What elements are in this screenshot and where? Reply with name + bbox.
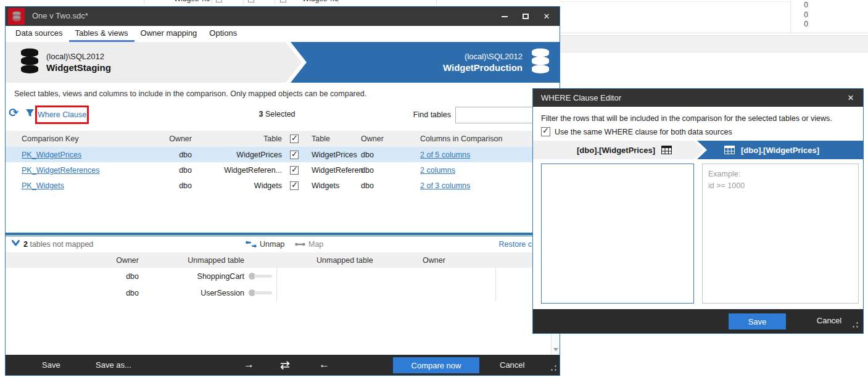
background-gridline [560,33,868,33]
target-header: (local)\SQL2012 WidgetProduction [291,42,560,83]
columns-in-comparison-link[interactable]: 2 of 3 columns [420,181,470,190]
background-toolbar-strip [560,35,868,52]
database-icon [530,48,551,77]
map-drag-handle[interactable] [249,289,272,296]
save-button[interactable]: Save [42,360,60,370]
map-drag-handle[interactable] [249,273,272,280]
table-row[interactable]: PK_Widgets dbo Widgets ✓ Widgets dbo 2 o… [6,178,551,193]
main-window: One v Two.sdc* ✕ Data sources Tables & v… [5,6,560,376]
where-clause-annotation-box: Where Clause [35,106,89,124]
target-database: WidgetProduction [443,62,523,73]
database-icon [19,48,40,77]
row-checkbox[interactable]: ✓ [290,181,299,190]
source-header: (local)\SQL2012 WidgetStaging [6,42,302,83]
dialog-titlebar[interactable]: WHERE Clause Editor ✕ [533,89,863,107]
column-header-table-right: Table [307,135,361,143]
filter-icon[interactable] [25,109,35,120]
owner-cell: dbo [154,151,192,159]
compare-now-button[interactable]: Compare now [393,357,479,373]
background-glyph-fragment [280,0,286,2]
save-as-button[interactable]: Save as... [96,360,131,370]
where-clause-input-right[interactable]: Example: id >= 1000 [702,164,859,304]
tab-owner-mapping[interactable]: Owner mapping [134,26,204,42]
sync-left-arrow-icon[interactable]: ← [319,358,329,371]
table-row[interactable]: PK_WidgetReferences dbo WidgetReferen...… [6,162,551,178]
table-cell: WidgetReferen... [307,166,361,175]
unmapped-row[interactable]: dbo UserSession [6,284,551,301]
column-header-owner-right: Owner [361,135,420,143]
columns-in-comparison-link[interactable]: 2 of 5 columns [420,151,470,159]
column-header-unmapped-table: Unmapped table [139,256,244,265]
columns-in-comparison-link[interactable]: 2 columns [420,166,455,175]
placeholder-line: id >= 1000 [708,180,853,192]
table-grid-icon [724,146,735,154]
window-titlebar[interactable]: One v Two.sdc* ✕ [6,7,560,26]
column-header-owner: Owner [420,256,494,265]
grid-divider [276,268,277,301]
maximize-button[interactable] [515,7,536,26]
sync-right-arrow-icon[interactable]: → [244,358,254,371]
dialog-cancel-button[interactable]: Cancel [804,316,854,325]
tab-tables-and-views[interactable]: Tables & views [69,26,134,42]
window-footer: Save Save as... → ⇄ ← Compare now Cancel [6,355,560,375]
table-grid-icon [661,146,672,154]
tab-bar: Data sources Tables & views Owner mappin… [6,26,560,42]
where-clause-link[interactable]: Where Clause [38,110,86,119]
background-glyph-fragment [248,0,254,2]
comparison-key-link[interactable]: PK_Widgets [22,181,64,190]
resize-grip-icon[interactable] [853,320,858,329]
table-row[interactable]: PK_WidgetPrices dbo WidgetPrices ✓ Widge… [6,147,551,162]
dialog-close-button[interactable]: ✕ [838,89,863,107]
cancel-button[interactable]: Cancel [500,360,524,370]
target-server: (local)\SQL2012 [443,52,523,61]
unmapped-row[interactable]: dbo ShoppingCart [6,268,551,284]
owner-cell: dbo [6,289,139,297]
column-header-comparison-key: Comparison Key [6,135,154,143]
unmapped-count-text: 2 tables not mapped [23,240,93,249]
screen: WidgetPric WidgetPric 0 0 0 One v Two.sd… [0,0,868,377]
dialog-table-headers: [dbo].[WidgetPrices] [dbo].[WidgetPrices… [533,141,863,159]
owner-cell: dbo [6,272,139,281]
owner-cell: dbo [154,181,192,190]
column-header-columns: Columns in Comparison [420,135,551,143]
same-where-clause-checkbox[interactable]: ✓ [541,127,550,136]
same-where-clause-option[interactable]: ✓ Use the same WHERE clause for both dat… [541,127,732,136]
row-checkbox[interactable]: ✓ [290,166,299,175]
source-server: (local)\SQL2012 [46,52,111,61]
collapse-chevron-icon[interactable] [12,240,20,249]
dialog-source-table-header: [dbo].[WidgetPrices] [533,141,704,159]
select-all-checkbox[interactable]: ✓ [290,135,299,143]
dialog-save-button[interactable]: Save [729,313,786,329]
selected-count: 3 Selected [243,110,311,118]
find-tables-label: Find tables [400,110,451,119]
background-value: 0 [765,10,808,19]
row-checkbox[interactable]: ✓ [290,151,299,159]
column-header-table-left: Table [192,135,282,143]
background-gridline [560,1,791,2]
unmapped-table-cell: UserSession [139,289,244,297]
close-button[interactable]: ✕ [536,7,557,26]
minimize-button[interactable] [494,7,515,26]
comparison-key-link[interactable]: PK_WidgetReferences [22,166,99,175]
datasource-header: (local)\SQL2012 WidgetStaging (local)\SQ… [6,42,560,83]
same-where-clause-label: Use the same WHERE clause for both data … [555,128,732,136]
restore-link[interactable]: Restore c [437,240,532,249]
tab-options[interactable]: Options [203,26,243,42]
map-button[interactable]: Map [295,240,323,249]
unmap-button[interactable]: Unmap [246,240,284,249]
app-logo-icon [8,8,25,25]
target-table-name: [dbo].[WidgetPrices] [741,146,819,155]
unmapped-section-header: 2 tables not mapped Unmap Map Restore c [6,236,560,252]
comparison-key-link[interactable]: PK_WidgetPrices [22,151,81,159]
scroll-down-icon[interactable] [552,345,560,354]
refresh-icon[interactable]: ⟳ [9,106,19,120]
swap-arrows-icon[interactable]: ⇄ [280,358,290,372]
source-table-name: [dbo].[WidgetPrices] [577,146,655,155]
map-icon [295,242,305,247]
where-clause-input-left[interactable] [541,164,694,304]
resize-grip-icon[interactable] [551,363,556,373]
source-database: WidgetStaging [46,62,111,73]
tab-data-sources[interactable]: Data sources [9,26,69,42]
table-cell: WidgetPrices [307,151,361,159]
column-header-owner: Owner [6,256,139,265]
